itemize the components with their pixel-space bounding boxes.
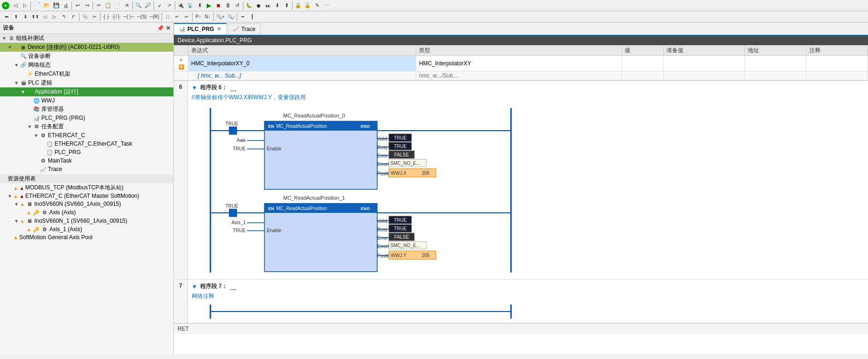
expand-plus-icon[interactable]: + <box>179 57 183 63</box>
sidebar-item-ethercat-rack[interactable]: ⚡ EtherCAT机架 <box>0 70 173 78</box>
toolbar2-btn5[interactable]: ◁ <box>40 12 50 22</box>
toolbar-pause[interactable]: ⏸ <box>223 1 232 10</box>
toolbar2-btn3[interactable]: ⬇ <box>21 12 30 22</box>
toolbar-findreplace[interactable]: 🔎 <box>143 1 153 10</box>
sidebar-item-wwj[interactable]: 🌐 WWJ <box>0 96 173 105</box>
toolbar-disconnect[interactable]: 📡 <box>186 1 195 10</box>
sidebar-item-network[interactable]: ▼ 🔗 网络组态 <box>0 61 173 70</box>
toolbar-open[interactable]: 📂 <box>42 1 52 10</box>
toolbar-force[interactable]: 🔒 <box>294 1 303 10</box>
toolbar-more[interactable]: ⋯ <box>322 1 331 10</box>
expand-icon[interactable]: ▼ <box>13 218 20 224</box>
expand-icon[interactable]: ▼ <box>33 132 39 139</box>
toolbar2-btn8[interactable]: ↱ <box>69 12 78 22</box>
sidebar-item-library[interactable]: 📚 库管理器 <box>0 105 173 114</box>
expand-icon[interactable]: ▼ <box>26 124 33 130</box>
toolbar-delete[interactable]: ✕ <box>122 1 132 10</box>
row-expand[interactable]: + 🔽 <box>174 56 188 71</box>
toolbar-connect[interactable]: 🔌 <box>176 1 186 10</box>
collapse-icon[interactable]: ▼ <box>192 85 197 91</box>
network-7-header[interactable]: ▼ 程序段 7： __ <box>192 281 864 291</box>
table-row-2[interactable]: [ hmc_w... Sub...] hmc_w.../Sub.... <box>174 71 868 80</box>
sidebar-item-diag[interactable]: 🔍 设备诊断 <box>0 52 173 61</box>
sidebar-item-plc-logic[interactable]: ▼ 🏛 PLC 逻辑 <box>0 78 173 87</box>
toolbar2-concat[interactable]: 📎 <box>80 12 90 22</box>
toolbar2-box[interactable]: □ <box>163 12 172 22</box>
toolbar-run[interactable]: ▶ <box>204 1 214 10</box>
sidebar-item-sv660-0[interactable]: ▼ ▲ 🖥 InoSV660N (SV660_1Axis_00915) <box>0 200 173 208</box>
sidebar-pin-icon[interactable]: 📌 <box>157 25 164 31</box>
sidebar-item-ethercat-c[interactable]: ▼ ⚙ ETHERCAT_C <box>0 131 173 140</box>
expand-icon[interactable]: ▼ <box>13 201 20 207</box>
row-expr[interactable]: HMC_InterpolatorXY_0 <box>188 56 416 71</box>
toolbar-checkin[interactable]: ↙ <box>155 1 164 10</box>
toolbar-find[interactable]: 🔍 <box>134 1 143 10</box>
sidebar-close-icon[interactable]: ✕ <box>166 25 170 31</box>
toolbar-checkout[interactable]: ↗ <box>164 1 174 10</box>
collapse-icon7[interactable]: ▼ <box>192 283 197 290</box>
toolbar2-vbar[interactable]: ┃ <box>248 12 257 22</box>
toolbar-copy[interactable]: 📋 <box>103 1 113 10</box>
toolbar-new[interactable]: 📄 <box>32 1 42 10</box>
toolbar-release[interactable]: 🔓 <box>303 1 312 10</box>
toolbar-debug[interactable]: 🐛 <box>244 1 254 10</box>
sidebar-item-maintask[interactable]: ⚙ MainTask <box>0 156 173 165</box>
toolbar-redo[interactable]: ↪ <box>82 1 92 10</box>
ladder-area[interactable]: 6 ▼ 程序段 6： __ //将轴坐标传个WWJ.X和WWJ.Y，变量强跌用 <box>174 81 868 354</box>
toolbar-paste[interactable]: 📄 <box>113 1 122 10</box>
expand-icon[interactable]: ▼ <box>20 89 26 95</box>
tab-plc-prg[interactable]: 📊 PLC_PRG ✕ <box>174 23 227 35</box>
expand-icon[interactable]: ▼ <box>13 80 20 86</box>
sidebar-item-resources[interactable]: 资源使用表 <box>0 174 173 183</box>
toolbar-step-into[interactable]: ⬇ <box>272 1 282 10</box>
expand-icon[interactable]: ▼ <box>13 62 20 69</box>
toolbar2-set[interactable]: ─(S) <box>136 12 148 22</box>
sidebar-item-axis-1[interactable]: ▲ 🔑 ⚙ Axis_1 (Axis) <box>0 225 173 234</box>
toolbar2-zoomout[interactable]: 🔍- <box>226 12 236 22</box>
expand-icon[interactable]: ▼ <box>7 193 13 199</box>
toolbar-cut[interactable]: ✂ <box>94 1 103 10</box>
toolbar2-zoomin[interactable]: 🔍+ <box>215 12 226 22</box>
expand-icon[interactable]: ▼ <box>1 35 8 42</box>
tab-plc-prg-close[interactable]: ✕ <box>216 26 222 31</box>
toolbar2-reset[interactable]: ─(R) <box>148 12 161 22</box>
toolbar-btn-back[interactable]: ◁ <box>11 1 20 10</box>
network-6-header[interactable]: ▼ 程序段 6： __ <box>192 83 864 93</box>
sidebar-item-softmotion[interactable]: ▲ SoftMotion General Axis Pool <box>0 234 173 241</box>
toolbar2-negedge[interactable]: N↓ <box>203 12 212 22</box>
toolbar2-return[interactable]: ↩ <box>182 12 191 22</box>
toolbar2-posedge[interactable]: P↑ <box>194 12 203 22</box>
toolbar-download[interactable]: ⬇ <box>195 1 204 10</box>
sidebar-item-task-config[interactable]: ▼ ⚙ 任务配置 <box>0 122 173 131</box>
toolbar2-contact-nc[interactable]: ┤/├ <box>111 12 122 22</box>
expand-icon[interactable]: ▼ <box>7 44 13 51</box>
sidebar-item-ethercat-task[interactable]: 📋 ETHERCAT_C.EtherCAT_Task <box>0 140 173 148</box>
toolbar-print[interactable]: 🖨 <box>61 1 70 10</box>
toolbar-undo[interactable]: ↩ <box>73 1 82 10</box>
toolbar-btn-fwd[interactable]: ▷ <box>20 1 30 10</box>
toolbar2-btn6[interactable]: ▷ <box>50 12 59 22</box>
sidebar-section-root[interactable]: ▼ ☰ 组线补测试 <box>0 34 173 43</box>
toolbar-write[interactable]: ✎ <box>312 1 322 10</box>
sidebar-item-sv660-1[interactable]: ▼ ▲ 🖥 InoSV660N_1 (SV660_1Axis_00915) <box>0 217 173 225</box>
toolbar2-coil[interactable]: ─( )─ <box>122 12 136 22</box>
toolbar-step-out[interactable]: ⬆ <box>282 1 291 10</box>
toolbar-save[interactable]: 💾 <box>52 1 61 10</box>
toolbar-stop[interactable]: ■ <box>214 1 223 10</box>
toolbar2-btn4[interactable]: ⬆⬆ <box>30 12 40 22</box>
tab-trace[interactable]: 📈 Trace <box>228 23 261 34</box>
toolbar2-contact-no[interactable]: ┤├ <box>101 12 111 22</box>
sidebar-item-ethercat-master[interactable]: ▼ ▲ ▲ ETHERCAT_C (EtherCAT Master SoftMo… <box>0 192 173 200</box>
sidebar-item-device[interactable]: ▼ ▲ 🖥 Device [连接的] (AC801-0221-U0R0) <box>0 43 173 52</box>
toolbar-step-over[interactable]: ⏭ <box>263 1 272 10</box>
sidebar-item-modbus[interactable]: ▲ ▲ MODBUS_TCP (ModbusTCP本地从站) <box>0 183 173 192</box>
toolbar2-btn7[interactable]: ↰ <box>59 12 69 22</box>
toolbar2-btn2[interactable]: ⬆ <box>11 12 21 22</box>
toolbar2-jump[interactable]: ↵ <box>172 12 182 22</box>
sidebar-item-plc-prg[interactable]: 📊 PLC_PRG (PRG) <box>0 114 173 122</box>
toolbar2-hbar[interactable]: ━ <box>238 12 248 22</box>
toolbar2-btn1[interactable]: ⬅ <box>2 12 11 22</box>
sidebar-item-axis-0[interactable]: ▲ 🔑 ⚙ Axis (Axis) <box>0 208 173 217</box>
toolbar2-split[interactable]: ✂ <box>90 12 99 22</box>
toolbar-breakpoint[interactable]: ⏺ <box>254 1 263 10</box>
